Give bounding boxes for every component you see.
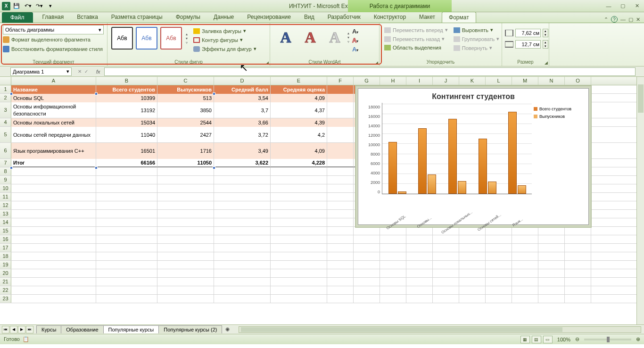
cell[interactable]: 3,622 [214, 159, 271, 167]
cell[interactable]: Выпускников [157, 85, 214, 94]
cell[interactable] [214, 184, 271, 193]
column-header[interactable]: N [538, 77, 565, 85]
column-header[interactable]: L [486, 77, 512, 85]
cell[interactable] [459, 244, 486, 252]
cell[interactable] [512, 278, 538, 286]
cell[interactable] [157, 218, 214, 227]
column-header[interactable]: B [96, 77, 157, 85]
cell[interactable]: Язык программирования C++ [11, 143, 96, 159]
minimize-ribbon-icon[interactable]: ⌃ [604, 17, 608, 23]
cell[interactable]: 513 [157, 94, 214, 102]
cell[interactable] [538, 235, 565, 244]
cell[interactable]: 2427 [157, 127, 214, 143]
cell[interactable] [271, 235, 327, 244]
cell[interactable] [157, 261, 214, 269]
cell[interactable] [157, 295, 214, 303]
rotate-button[interactable]: Повернуть ▾ [452, 44, 502, 52]
cell[interactable] [354, 227, 380, 235]
tab-главная[interactable]: Главная [36, 12, 71, 23]
cell[interactable] [380, 244, 406, 252]
cell[interactable]: Средняя оценка [271, 85, 327, 94]
row-header[interactable]: 16 [0, 235, 11, 243]
cell[interactable] [214, 269, 271, 278]
page-break-view-button[interactable]: ▭ [543, 336, 553, 343]
selection-handle[interactable] [213, 166, 215, 169]
cell[interactable]: 13192 [96, 102, 157, 118]
cell[interactable] [538, 261, 565, 269]
row-header[interactable]: 18 [0, 252, 11, 260]
cell[interactable] [271, 176, 327, 184]
row-header[interactable]: 11 [0, 193, 11, 201]
row-header[interactable]: 15 [0, 227, 11, 235]
cell[interactable] [96, 278, 157, 286]
sheet-last-button[interactable]: ⏭ [26, 326, 33, 333]
zoom-in-button[interactable]: ⊕ [636, 336, 640, 342]
cell[interactable]: 3,72 [214, 127, 271, 143]
cell[interactable] [354, 252, 380, 261]
cell[interactable] [11, 218, 96, 227]
cell[interactable] [512, 286, 538, 295]
sheet-tab[interactable]: Образование [61, 325, 103, 333]
cell[interactable] [271, 184, 327, 193]
chart-plot-area[interactable] [382, 103, 532, 194]
cell[interactable]: Всего студентов [96, 85, 157, 94]
cell[interactable] [214, 278, 271, 286]
row-header[interactable]: 23 [0, 295, 11, 303]
cell[interactable] [486, 286, 512, 295]
cell[interactable] [354, 295, 380, 303]
cell[interactable] [327, 159, 354, 167]
sheet-tab[interactable]: Курсы [36, 325, 61, 333]
row-header[interactable]: 14 [0, 218, 11, 226]
chart-bar[interactable] [398, 191, 406, 194]
cell[interactable] [157, 167, 214, 176]
cell[interactable] [96, 261, 157, 269]
cell[interactable] [157, 235, 214, 244]
cell[interactable] [565, 278, 591, 286]
column-header[interactable]: E [271, 77, 327, 85]
cell[interactable] [327, 227, 354, 235]
row-header[interactable]: 19 [0, 261, 11, 269]
cell[interactable] [11, 261, 96, 269]
width-spinner[interactable]: ▴▾ [543, 40, 548, 49]
cell[interactable] [512, 295, 538, 303]
cell[interactable]: Основы SQL [11, 94, 96, 102]
cell[interactable]: Средний балл [214, 85, 271, 94]
cell[interactable] [512, 252, 538, 261]
cell[interactable] [214, 193, 271, 201]
chart-bar[interactable] [488, 182, 496, 194]
normal-view-button[interactable]: ▦ [520, 336, 530, 343]
chart-bar[interactable] [448, 119, 457, 194]
cell[interactable] [96, 286, 157, 295]
restore-button[interactable]: ▢ [618, 2, 628, 10]
cell[interactable] [433, 286, 459, 295]
shape-style-preset-2[interactable]: Абв [136, 27, 157, 50]
cell[interactable] [214, 295, 271, 303]
cell[interactable] [459, 235, 486, 244]
chart-bar[interactable] [518, 185, 526, 194]
cell[interactable] [406, 278, 433, 286]
bring-forward-button[interactable]: Переместить вперед ▾ [382, 26, 450, 34]
cell[interactable] [406, 295, 433, 303]
cell[interactable] [327, 295, 354, 303]
zoom-out-button[interactable]: ⊖ [575, 336, 579, 342]
cell[interactable]: 11040 [96, 127, 157, 143]
cell[interactable] [96, 184, 157, 193]
cell[interactable] [406, 252, 433, 261]
row-header[interactable]: 21 [0, 278, 11, 286]
cell[interactable]: Итог [11, 159, 96, 167]
chart-bar[interactable] [458, 181, 466, 194]
cell[interactable] [327, 143, 354, 159]
column-header[interactable]: O [565, 77, 591, 85]
cell[interactable] [96, 227, 157, 235]
shape-style-preset-1[interactable]: Абв [111, 27, 133, 50]
close-button[interactable]: ✕ [632, 2, 642, 10]
chart-bar[interactable] [418, 128, 427, 194]
cell[interactable] [459, 252, 486, 261]
cell[interactable] [271, 210, 327, 218]
wordart-preset-2[interactable]: А [298, 26, 322, 49]
tab-рецензирование[interactable]: Рецензирование [240, 12, 297, 23]
cell[interactable] [327, 269, 354, 278]
cell[interactable] [11, 184, 96, 193]
cell[interactable] [327, 261, 354, 269]
chart-bar[interactable] [428, 174, 436, 194]
